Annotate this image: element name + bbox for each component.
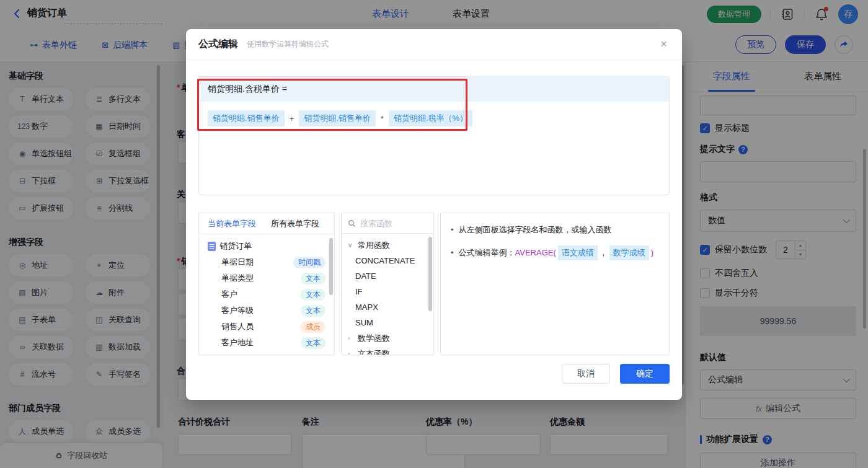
variables-tab-2[interactable]: 所有表单字段	[271, 218, 319, 229]
help-line-2: 公式编辑举例：AVERAGE(语文成绩，数学成绩)	[450, 245, 660, 260]
variable-row[interactable]: 销售人员成员	[199, 319, 334, 335]
function-group[interactable]: ›文本函数	[342, 346, 433, 355]
formula-expression: 销货明细.销售单价+销货明细.销售单价*销货明细.税率（%）	[199, 102, 669, 135]
formula-field-token[interactable]: 销货明细.税率（%）	[389, 110, 472, 126]
function-item[interactable]: DATE	[342, 268, 433, 284]
variable-name: 客户等级	[221, 305, 297, 316]
function-item[interactable]: SUM	[342, 315, 433, 330]
variable-name: 销售人员	[221, 321, 297, 332]
function-item[interactable]: IF	[342, 284, 433, 299]
modal-header: 公式编辑 使用数学运算符编辑公式	[186, 29, 682, 60]
function-item[interactable]: MAPX	[342, 299, 433, 315]
document-icon	[208, 242, 216, 251]
formula-field-token[interactable]: 销货明细.销售单价	[299, 110, 376, 126]
function-search[interactable]	[342, 213, 433, 234]
help-function-close: )	[651, 246, 653, 260]
chevron-right-icon: ›	[348, 335, 354, 342]
help-line-1: 从左侧面板选择字段名和函数，或输入函数	[450, 223, 660, 237]
formula-operator: +	[290, 114, 294, 123]
variables-tabs: 当前表单字段所有表单字段	[199, 213, 334, 234]
formula-field-token[interactable]: 销货明细.销售单价	[208, 110, 285, 126]
function-item[interactable]: CONCATENATE	[342, 253, 433, 268]
help-arg1-chip[interactable]: 语文成绩	[558, 245, 598, 260]
function-group-name: 文本函数	[358, 348, 390, 356]
variable-row[interactable]: 单据类型文本	[199, 270, 334, 286]
function-group[interactable]: ›数学函数	[342, 330, 433, 346]
variable-type-badge: 成员	[301, 321, 326, 333]
variable-tree-root[interactable]: 销货订单	[199, 238, 334, 254]
help-comma: ，	[600, 246, 608, 260]
confirm-button[interactable]: 确定	[620, 364, 670, 384]
variable-type-badge: 文本	[301, 289, 326, 301]
function-group-name: 常用函数	[358, 240, 390, 251]
help-example-prefix: 公式编辑举例：	[459, 246, 515, 260]
modal-footer: 取消 确定	[562, 364, 670, 384]
function-group[interactable]: ∨常用函数	[342, 237, 433, 253]
search-icon	[348, 219, 356, 227]
variables-tab-1[interactable]: 当前表单字段	[208, 218, 256, 229]
variable-name: 单据类型	[221, 273, 297, 284]
variable-type-badge: 文本	[301, 305, 326, 317]
formula-target: 销货明细.含税单价 =	[199, 77, 669, 102]
chevron-right-icon: ›	[348, 350, 354, 355]
help-arg2-chip[interactable]: 数学成绩	[609, 245, 649, 260]
variable-row[interactable]: 客户文本	[199, 286, 334, 302]
variable-name: 单据日期	[221, 257, 290, 268]
variable-type-badge: 文本	[301, 337, 326, 349]
cancel-button[interactable]: 取消	[562, 364, 610, 384]
formula-operator: *	[381, 114, 384, 123]
variable-row[interactable]: 客户地址文本	[199, 335, 334, 351]
variables-scrollbar[interactable]	[329, 238, 333, 295]
formula-editor[interactable]: 销货明细.含税单价 = 销货明细.销售单价+销货明细.销售单价*销货明细.税率（…	[198, 76, 670, 195]
form-designer-app: 销货订单 表单设计表单设置 数据管理 存 ⊶表单外链⊠后端脚本▥数据权限 预览 …	[0, 0, 868, 468]
formula-help-panel: 从左侧面板选择字段名和函数，或输入函数 公式编辑举例：AVERAGE(语文成绩，…	[440, 213, 670, 355]
chevron-down-icon: ∨	[348, 242, 354, 249]
modal-subtitle: 使用数学运算符编辑公式	[247, 39, 329, 50]
formula-editor-modal: 公式编辑 使用数学运算符编辑公式 × 销货明细.含税单价 = 销货明细.销售单价…	[186, 29, 682, 400]
variable-row[interactable]: 客户等级文本	[199, 302, 334, 319]
variable-type-badge: 文本	[301, 273, 326, 285]
close-icon[interactable]: ×	[660, 38, 667, 50]
function-search-input[interactable]	[360, 219, 422, 228]
variable-row[interactable]: 单据日期时间戳	[199, 254, 334, 270]
function-group-name: 数学函数	[358, 333, 390, 344]
variable-name: 客户地址	[221, 337, 297, 348]
modal-title: 公式编辑	[198, 38, 238, 51]
variable-root-name: 销货订单	[219, 241, 326, 252]
variables-panel: 当前表单字段所有表单字段 销货订单单据日期时间戳单据类型文本客户文本客户等级文本…	[198, 213, 335, 355]
functions-panel: ∨常用函数CONCATENATEDATEIFMAPXSUM›数学函数›文本函数	[341, 213, 434, 355]
help-function-open: AVERAGE(	[515, 246, 556, 260]
functions-scrollbar[interactable]	[428, 237, 432, 311]
variable-name: 客户	[221, 289, 297, 300]
variable-type-badge: 时间戳	[293, 257, 326, 268]
